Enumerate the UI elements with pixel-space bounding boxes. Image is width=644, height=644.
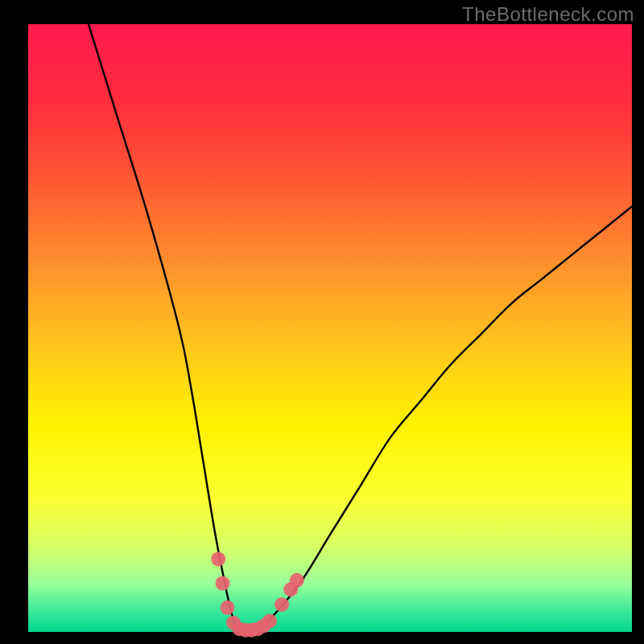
curve-marker xyxy=(216,576,230,591)
chart-frame: TheBottleneck.com xyxy=(0,0,644,644)
curve-marker xyxy=(275,597,289,612)
watermark-text: TheBottleneck.com xyxy=(462,3,634,26)
bottleneck-chart xyxy=(0,0,644,644)
gradient-background xyxy=(28,24,632,632)
curve-marker xyxy=(262,613,277,628)
curve-marker xyxy=(211,551,225,566)
curve-marker xyxy=(290,573,304,588)
curve-marker xyxy=(221,601,235,615)
